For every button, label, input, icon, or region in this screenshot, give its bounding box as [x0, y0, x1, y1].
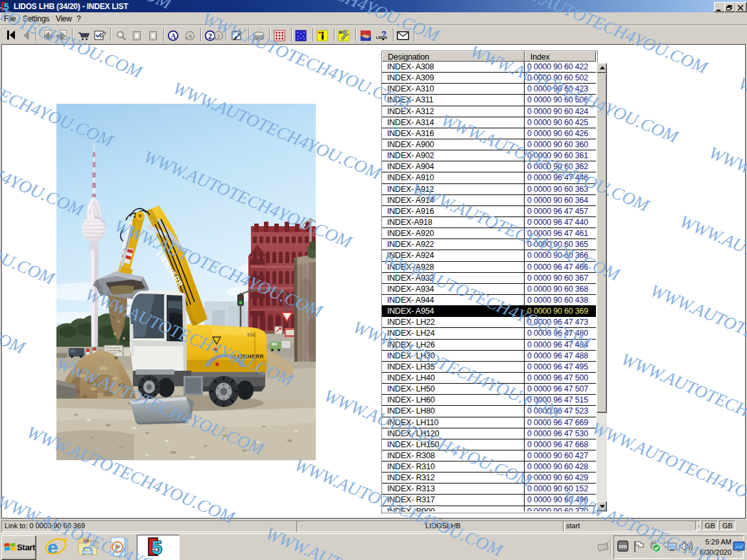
svg-text:5: 5 — [152, 537, 162, 557]
svg-text:918: 918 — [247, 332, 255, 338]
svg-text:2: 2 — [217, 33, 220, 40]
svg-text:5: 5 — [4, 1, 9, 12]
svg-text:vm: vm — [619, 543, 627, 550]
svg-text:A: A — [188, 33, 193, 40]
svg-text:A: A — [171, 32, 176, 41]
svg-text:?: ? — [381, 30, 386, 39]
